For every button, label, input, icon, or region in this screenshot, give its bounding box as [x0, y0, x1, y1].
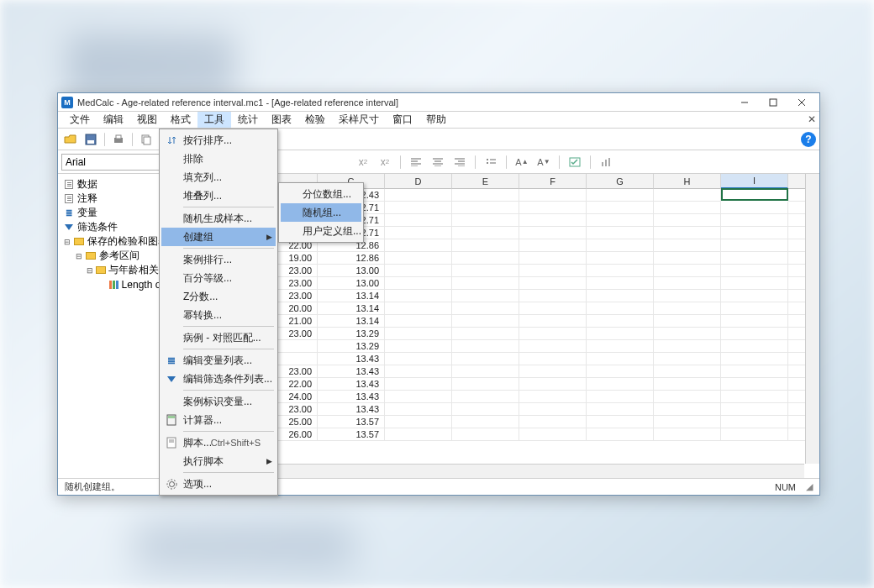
- cell[interactable]: [519, 340, 587, 353]
- cell[interactable]: [385, 189, 452, 202]
- menu-item[interactable]: 创建组▶: [161, 228, 276, 246]
- list-icon[interactable]: [482, 154, 500, 171]
- cell[interactable]: [587, 189, 654, 202]
- submenu-item[interactable]: 分位数组...: [281, 185, 361, 203]
- cell[interactable]: 13.00: [318, 265, 385, 277]
- menu-图表[interactable]: 图表: [265, 112, 298, 128]
- cell[interactable]: [519, 378, 587, 391]
- menu-item[interactable]: 计算器...: [161, 411, 276, 429]
- cell[interactable]: [519, 353, 587, 365]
- column-header[interactable]: G: [587, 174, 654, 189]
- cell[interactable]: [452, 265, 519, 277]
- cell[interactable]: [519, 189, 587, 202]
- chart-tool-icon[interactable]: [597, 154, 615, 171]
- menu-item[interactable]: 填充列...: [161, 168, 276, 186]
- subscript-icon[interactable]: x2: [354, 154, 372, 171]
- cell[interactable]: [721, 353, 788, 365]
- cell[interactable]: [519, 265, 587, 277]
- cell[interactable]: [452, 214, 519, 227]
- cell[interactable]: [587, 403, 654, 416]
- cell[interactable]: [385, 416, 452, 428]
- cell[interactable]: [587, 290, 654, 302]
- column-header[interactable]: H: [654, 174, 721, 189]
- cell[interactable]: [587, 391, 654, 403]
- increase-font-icon[interactable]: A▲: [513, 154, 531, 171]
- cell[interactable]: [654, 315, 721, 328]
- cell[interactable]: [385, 328, 452, 340]
- cell[interactable]: [519, 365, 587, 378]
- cell[interactable]: [385, 290, 452, 302]
- cell[interactable]: [721, 188, 788, 201]
- cell[interactable]: [587, 302, 654, 315]
- menu-item[interactable]: Z分数...: [161, 287, 276, 306]
- align-center-icon[interactable]: [429, 154, 447, 171]
- format-toggle-icon[interactable]: [566, 154, 584, 171]
- cell[interactable]: [385, 365, 452, 378]
- cell[interactable]: [654, 189, 721, 202]
- cell[interactable]: [385, 391, 452, 403]
- cell[interactable]: [587, 378, 654, 391]
- cell[interactable]: [654, 214, 721, 227]
- mdi-close-button[interactable]: ✕: [804, 112, 819, 127]
- cell[interactable]: 13.14: [318, 315, 385, 328]
- cell[interactable]: [654, 302, 721, 315]
- cell[interactable]: [654, 416, 721, 428]
- menu-格式[interactable]: 格式: [164, 112, 197, 128]
- cell[interactable]: [452, 290, 519, 302]
- open-icon[interactable]: [61, 131, 80, 148]
- cell[interactable]: [452, 378, 519, 391]
- cell[interactable]: [385, 340, 452, 353]
- cell[interactable]: [587, 315, 654, 328]
- cell[interactable]: [654, 252, 721, 265]
- menu-工具[interactable]: 工具: [197, 112, 231, 128]
- cell[interactable]: [587, 265, 654, 277]
- cell[interactable]: [519, 428, 587, 441]
- cell[interactable]: 12.86: [318, 252, 385, 265]
- menu-item[interactable]: 按行排序...: [161, 131, 276, 150]
- cell[interactable]: [721, 365, 788, 378]
- cell[interactable]: [519, 239, 587, 252]
- cell[interactable]: [519, 290, 587, 302]
- decrease-font-icon[interactable]: A▼: [534, 154, 553, 171]
- cell[interactable]: [587, 365, 654, 378]
- cell[interactable]: [587, 340, 654, 353]
- submenu-item[interactable]: 用户定义组...: [281, 222, 361, 240]
- menu-文件[interactable]: 文件: [63, 112, 97, 128]
- cell[interactable]: [654, 239, 721, 252]
- cell[interactable]: 13.43: [318, 391, 385, 403]
- cell[interactable]: [452, 277, 519, 290]
- menu-视图[interactable]: 视图: [130, 112, 164, 128]
- column-header[interactable]: I: [721, 174, 788, 189]
- menu-item[interactable]: 案例排行...: [161, 250, 276, 269]
- menu-item[interactable]: 随机生成样本...: [161, 209, 276, 228]
- cell[interactable]: [721, 403, 788, 416]
- cell[interactable]: [385, 239, 452, 252]
- menu-item[interactable]: 幂转换...: [161, 306, 276, 324]
- cell[interactable]: [385, 378, 452, 391]
- help-icon[interactable]: ?: [801, 132, 816, 147]
- column-header[interactable]: F: [519, 174, 587, 189]
- cell[interactable]: [654, 403, 721, 416]
- cell[interactable]: [452, 365, 519, 378]
- cell[interactable]: [654, 227, 721, 239]
- cell[interactable]: [452, 189, 519, 202]
- cell[interactable]: [721, 252, 788, 265]
- menu-窗口[interactable]: 窗口: [386, 112, 419, 128]
- cell[interactable]: [385, 315, 452, 328]
- cell[interactable]: [587, 214, 654, 227]
- window-minimize-button[interactable]: [730, 94, 759, 111]
- cell[interactable]: 13.43: [318, 403, 385, 416]
- cell[interactable]: [519, 328, 587, 340]
- cell[interactable]: [452, 340, 519, 353]
- cell[interactable]: [721, 277, 788, 290]
- cell[interactable]: [721, 290, 788, 302]
- cell[interactable]: [654, 265, 721, 277]
- cell[interactable]: 13.43: [318, 378, 385, 391]
- cell[interactable]: [385, 302, 452, 315]
- cell[interactable]: [385, 252, 452, 265]
- cell[interactable]: [519, 214, 587, 227]
- cell[interactable]: [519, 315, 587, 328]
- cell[interactable]: [721, 202, 788, 214]
- cell[interactable]: [587, 353, 654, 365]
- print-icon[interactable]: [109, 131, 128, 148]
